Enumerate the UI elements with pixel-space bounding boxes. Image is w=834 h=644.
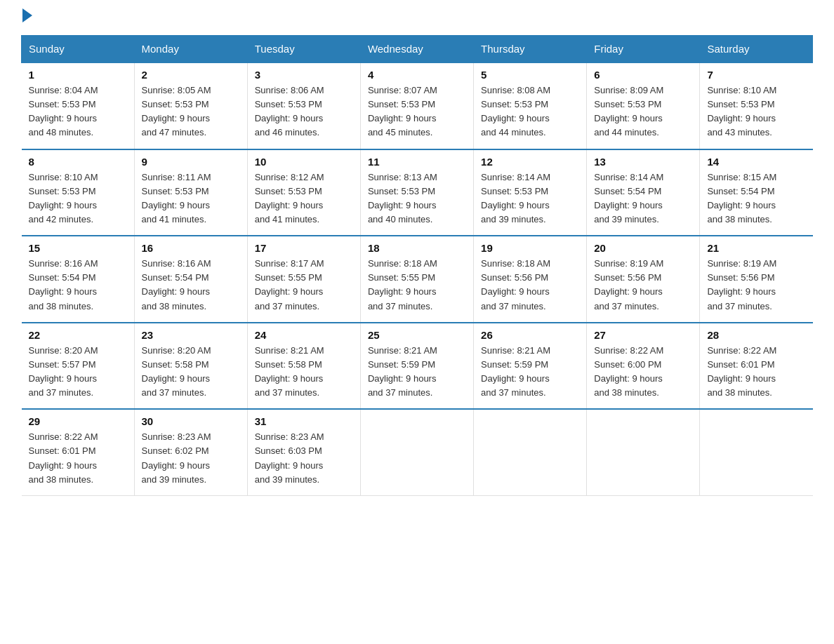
day-header-monday: Monday (134, 36, 247, 63)
calendar-cell: 28 Sunrise: 8:22 AM Sunset: 6:01 PM Dayl… (700, 323, 813, 410)
calendar-cell: 9 Sunrise: 8:11 AM Sunset: 5:53 PM Dayli… (134, 149, 247, 236)
day-number: 23 (142, 329, 240, 341)
day-number: 10 (255, 156, 353, 168)
day-number: 18 (368, 242, 466, 254)
day-number: 12 (481, 156, 579, 168)
day-number: 27 (594, 329, 692, 341)
day-number: 5 (481, 69, 579, 81)
day-number: 4 (368, 69, 466, 81)
day-number: 16 (142, 242, 240, 254)
day-info: Sunrise: 8:14 AM Sunset: 5:53 PM Dayligh… (481, 170, 579, 227)
day-number: 6 (594, 69, 692, 81)
calendar-week-row: 8 Sunrise: 8:10 AM Sunset: 5:53 PM Dayli… (22, 149, 813, 236)
calendar-cell: 4 Sunrise: 8:07 AM Sunset: 5:53 PM Dayli… (360, 62, 473, 149)
calendar-cell: 7 Sunrise: 8:10 AM Sunset: 5:53 PM Dayli… (700, 62, 813, 149)
day-info: Sunrise: 8:22 AM Sunset: 6:01 PM Dayligh… (707, 344, 805, 401)
day-number: 15 (29, 242, 127, 254)
calendar-cell (700, 409, 813, 495)
calendar-cell: 25 Sunrise: 8:21 AM Sunset: 5:59 PM Dayl… (360, 323, 473, 410)
day-number: 20 (594, 242, 692, 254)
day-info: Sunrise: 8:09 AM Sunset: 5:53 PM Dayligh… (594, 83, 692, 140)
day-number: 22 (29, 329, 127, 341)
day-number: 3 (255, 69, 353, 81)
day-number: 7 (707, 69, 805, 81)
day-header-friday: Friday (587, 36, 700, 63)
calendar-cell: 31 Sunrise: 8:23 AM Sunset: 6:03 PM Dayl… (247, 409, 360, 495)
day-number: 24 (255, 329, 353, 341)
day-info: Sunrise: 8:22 AM Sunset: 6:01 PM Dayligh… (29, 430, 127, 487)
calendar-cell: 1 Sunrise: 8:04 AM Sunset: 5:53 PM Dayli… (22, 62, 135, 149)
day-info: Sunrise: 8:05 AM Sunset: 5:53 PM Dayligh… (142, 83, 240, 140)
logo-arrow-icon (22, 8, 32, 22)
day-number: 30 (142, 415, 240, 427)
calendar-cell: 29 Sunrise: 8:22 AM Sunset: 6:01 PM Dayl… (22, 409, 135, 495)
day-info: Sunrise: 8:08 AM Sunset: 5:53 PM Dayligh… (481, 83, 579, 140)
day-info: Sunrise: 8:23 AM Sunset: 6:02 PM Dayligh… (142, 430, 240, 487)
day-number: 25 (368, 329, 466, 341)
calendar-week-row: 1 Sunrise: 8:04 AM Sunset: 5:53 PM Dayli… (22, 62, 813, 149)
calendar-cell: 30 Sunrise: 8:23 AM Sunset: 6:02 PM Dayl… (134, 409, 247, 495)
day-info: Sunrise: 8:22 AM Sunset: 6:00 PM Dayligh… (594, 344, 692, 401)
day-number: 17 (255, 242, 353, 254)
calendar-cell: 22 Sunrise: 8:20 AM Sunset: 5:57 PM Dayl… (22, 323, 135, 410)
calendar-cell: 19 Sunrise: 8:18 AM Sunset: 5:56 PM Dayl… (474, 236, 587, 323)
day-info: Sunrise: 8:13 AM Sunset: 5:53 PM Dayligh… (368, 170, 466, 227)
day-number: 29 (29, 415, 127, 427)
calendar-cell (474, 409, 587, 495)
logo (21, 14, 32, 22)
calendar-cell: 26 Sunrise: 8:21 AM Sunset: 5:59 PM Dayl… (474, 323, 587, 410)
day-number: 11 (368, 156, 466, 168)
day-info: Sunrise: 8:04 AM Sunset: 5:53 PM Dayligh… (29, 83, 127, 140)
day-number: 1 (29, 69, 127, 81)
calendar-cell: 17 Sunrise: 8:17 AM Sunset: 5:55 PM Dayl… (247, 236, 360, 323)
day-number: 2 (142, 69, 240, 81)
calendar-cell: 23 Sunrise: 8:20 AM Sunset: 5:58 PM Dayl… (134, 323, 247, 410)
calendar-cell: 14 Sunrise: 8:15 AM Sunset: 5:54 PM Dayl… (700, 149, 813, 236)
day-info: Sunrise: 8:11 AM Sunset: 5:53 PM Dayligh… (142, 170, 240, 227)
day-header-wednesday: Wednesday (360, 36, 473, 63)
day-info: Sunrise: 8:10 AM Sunset: 5:53 PM Dayligh… (707, 83, 805, 140)
day-number: 14 (707, 156, 805, 168)
calendar-cell: 27 Sunrise: 8:22 AM Sunset: 6:00 PM Dayl… (587, 323, 700, 410)
day-info: Sunrise: 8:23 AM Sunset: 6:03 PM Dayligh… (255, 430, 353, 487)
day-info: Sunrise: 8:18 AM Sunset: 5:55 PM Dayligh… (368, 257, 466, 314)
day-header-sunday: Sunday (22, 36, 135, 63)
calendar-cell: 16 Sunrise: 8:16 AM Sunset: 5:54 PM Dayl… (134, 236, 247, 323)
calendar-cell: 8 Sunrise: 8:10 AM Sunset: 5:53 PM Dayli… (22, 149, 135, 236)
day-info: Sunrise: 8:21 AM Sunset: 5:59 PM Dayligh… (481, 344, 579, 401)
calendar-cell: 11 Sunrise: 8:13 AM Sunset: 5:53 PM Dayl… (360, 149, 473, 236)
day-info: Sunrise: 8:19 AM Sunset: 5:56 PM Dayligh… (707, 257, 805, 314)
calendar-cell: 6 Sunrise: 8:09 AM Sunset: 5:53 PM Dayli… (587, 62, 700, 149)
day-info: Sunrise: 8:07 AM Sunset: 5:53 PM Dayligh… (368, 83, 466, 140)
calendar-cell: 5 Sunrise: 8:08 AM Sunset: 5:53 PM Dayli… (474, 62, 587, 149)
calendar-cell: 10 Sunrise: 8:12 AM Sunset: 5:53 PM Dayl… (247, 149, 360, 236)
day-info: Sunrise: 8:15 AM Sunset: 5:54 PM Dayligh… (707, 170, 805, 227)
calendar-header-row: SundayMondayTuesdayWednesdayThursdayFrid… (22, 36, 813, 63)
day-number: 31 (255, 415, 353, 427)
day-number: 28 (707, 329, 805, 341)
day-info: Sunrise: 8:19 AM Sunset: 5:56 PM Dayligh… (594, 257, 692, 314)
day-number: 8 (29, 156, 127, 168)
day-info: Sunrise: 8:18 AM Sunset: 5:56 PM Dayligh… (481, 257, 579, 314)
day-info: Sunrise: 8:16 AM Sunset: 5:54 PM Dayligh… (142, 257, 240, 314)
day-number: 26 (481, 329, 579, 341)
day-info: Sunrise: 8:21 AM Sunset: 5:58 PM Dayligh… (255, 344, 353, 401)
calendar-cell: 12 Sunrise: 8:14 AM Sunset: 5:53 PM Dayl… (474, 149, 587, 236)
day-info: Sunrise: 8:20 AM Sunset: 5:57 PM Dayligh… (29, 344, 127, 401)
calendar-cell: 13 Sunrise: 8:14 AM Sunset: 5:54 PM Dayl… (587, 149, 700, 236)
calendar-cell: 2 Sunrise: 8:05 AM Sunset: 5:53 PM Dayli… (134, 62, 247, 149)
calendar-week-row: 22 Sunrise: 8:20 AM Sunset: 5:57 PM Dayl… (22, 323, 813, 410)
day-number: 13 (594, 156, 692, 168)
page-header (21, 14, 813, 22)
day-header-saturday: Saturday (700, 36, 813, 63)
day-info: Sunrise: 8:20 AM Sunset: 5:58 PM Dayligh… (142, 344, 240, 401)
day-info: Sunrise: 8:10 AM Sunset: 5:53 PM Dayligh… (29, 170, 127, 227)
day-number: 21 (707, 242, 805, 254)
calendar-cell: 18 Sunrise: 8:18 AM Sunset: 5:55 PM Dayl… (360, 236, 473, 323)
calendar-week-row: 29 Sunrise: 8:22 AM Sunset: 6:01 PM Dayl… (22, 409, 813, 495)
calendar-cell: 20 Sunrise: 8:19 AM Sunset: 5:56 PM Dayl… (587, 236, 700, 323)
day-info: Sunrise: 8:17 AM Sunset: 5:55 PM Dayligh… (255, 257, 353, 314)
day-number: 9 (142, 156, 240, 168)
day-info: Sunrise: 8:14 AM Sunset: 5:54 PM Dayligh… (594, 170, 692, 227)
day-header-tuesday: Tuesday (247, 36, 360, 63)
